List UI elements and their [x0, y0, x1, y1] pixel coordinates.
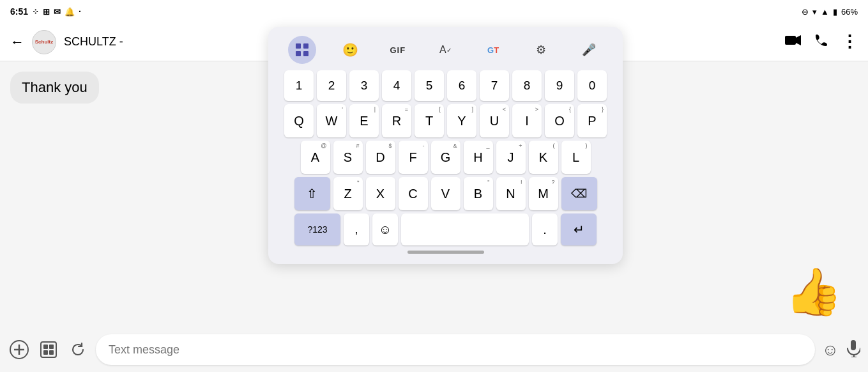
time-display: 6:51	[10, 6, 28, 17]
keyboard-tool-sticker[interactable]: 🙂	[336, 36, 364, 64]
battery-percent: 66%	[841, 7, 858, 17]
keyboard-qwerty-row: Q W' E| R= T[ Y] U< I> O{ P}	[273, 104, 618, 137]
keyboard-toolbar: 🙂 GIF A✓ GT ⚙ 🎤	[273, 33, 618, 70]
key-A[interactable]: A@	[301, 141, 330, 174]
key-shift[interactable]: ⇧	[294, 177, 330, 210]
status-bar: 6:51 ⁘ ⊞ ✉ 🔔 · ⊖ ▾ ▲ ▮ 66%	[0, 0, 868, 23]
svg-rect-8	[43, 350, 48, 355]
key-U[interactable]: U<	[480, 104, 509, 137]
svg-rect-5	[41, 342, 56, 357]
keyboard-zxcv-row: ⇧ Z* X C V B" N! M? ⌫	[273, 177, 618, 210]
app-bar-actions: ⋮	[785, 32, 858, 52]
contact-logo-text: Schultz	[35, 39, 53, 45]
grid-icon: ⊞	[43, 7, 50, 17]
svg-rect-9	[49, 350, 54, 355]
dot-icon: ·	[79, 6, 81, 17]
svg-rect-15	[296, 51, 301, 56]
key-H[interactable]: H_	[464, 141, 493, 174]
gallery-button[interactable]	[37, 338, 60, 361]
input-right-icons: ☺	[821, 339, 860, 360]
key-Q[interactable]: Q	[284, 104, 314, 137]
key-Y[interactable]: Y]	[447, 104, 476, 137]
key-R[interactable]: R=	[382, 104, 411, 137]
key-P[interactable]: P}	[577, 104, 607, 137]
key-comma[interactable]: ,	[344, 213, 369, 245]
key-4[interactable]: 4	[382, 70, 411, 101]
key-I[interactable]: I>	[512, 104, 542, 137]
svg-rect-16	[303, 51, 308, 56]
svg-rect-6	[43, 345, 48, 349]
key-O[interactable]: O{	[545, 104, 574, 137]
add-attachment-button[interactable]	[8, 338, 31, 361]
notif-icon: 🔔	[65, 7, 75, 17]
key-period[interactable]: .	[532, 213, 558, 245]
signal-icon: ⁘	[32, 7, 39, 17]
keyboard-bottom-row: ?123 , ☺ . ↵	[273, 213, 618, 245]
refresh-button[interactable]	[66, 338, 89, 361]
msg-icon: ✉	[54, 7, 61, 17]
contact-avatar: Schultz	[32, 30, 56, 54]
key-J[interactable]: J+	[496, 141, 526, 174]
key-backspace[interactable]: ⌫	[561, 177, 597, 210]
keyboard-tool-emoji-grid[interactable]	[288, 36, 316, 64]
keyboard-handle-bar	[407, 251, 484, 254]
key-C[interactable]: C	[399, 177, 428, 210]
phone-call-button[interactable]	[814, 33, 828, 50]
svg-rect-0	[785, 36, 796, 45]
key-V[interactable]: V	[431, 177, 461, 210]
key-B[interactable]: B"	[464, 177, 493, 210]
status-time: 6:51 ⁘ ⊞ ✉ 🔔 ·	[10, 6, 81, 17]
emoji-picker-button[interactable]: ☺	[821, 340, 839, 360]
message-input[interactable]	[96, 334, 815, 365]
keyboard-tool-gif[interactable]: GIF	[384, 36, 412, 64]
key-N[interactable]: N!	[496, 177, 526, 210]
key-Z[interactable]: Z*	[333, 177, 363, 210]
back-button[interactable]: ←	[10, 34, 24, 50]
key-G[interactable]: G&	[431, 141, 461, 174]
voice-input-button[interactable]	[846, 339, 860, 360]
key-W[interactable]: W'	[317, 104, 346, 137]
keyboard-tool-settings[interactable]: ⚙	[527, 36, 555, 64]
keyboard-number-row: 1 2 3 4 5 6 7 8 9 0	[273, 70, 618, 101]
signal-bars-icon: ▲	[821, 7, 829, 17]
key-symbols[interactable]: ?123	[294, 213, 340, 245]
key-space[interactable]	[401, 213, 529, 245]
keyboard-asdf-row: A@ S# D$ F- G& H_ J+ K( L)	[273, 141, 618, 174]
app-bar-left: ← Schultz SCHULTZ -	[10, 30, 123, 54]
message-text: Thank you	[22, 79, 88, 95]
keyboard-handle	[273, 251, 618, 254]
key-8[interactable]: 8	[512, 70, 542, 101]
thumbs-up-emoji: 👍	[785, 268, 842, 314]
key-0[interactable]: 0	[577, 70, 607, 101]
key-enter[interactable]: ↵	[561, 213, 597, 245]
key-1[interactable]: 1	[284, 70, 314, 101]
key-S[interactable]: S#	[333, 141, 363, 174]
keyboard-tool-spell[interactable]: A✓	[431, 36, 459, 64]
key-3[interactable]: 3	[349, 70, 379, 101]
keyboard-overlay: 🙂 GIF A✓ GT ⚙ 🎤 1 2 3 4 5 6 7 8 9 0 Q W'…	[268, 27, 623, 264]
key-E[interactable]: E|	[349, 104, 379, 137]
more-options-button[interactable]: ⋮	[841, 32, 858, 52]
svg-rect-7	[49, 345, 54, 349]
status-icons: ⊖ ▾ ▲ ▮ 66%	[802, 7, 858, 17]
key-7[interactable]: 7	[480, 70, 509, 101]
key-M[interactable]: M?	[529, 177, 558, 210]
key-D[interactable]: D$	[366, 141, 395, 174]
key-F[interactable]: F-	[399, 141, 428, 174]
key-T[interactable]: T[	[415, 104, 444, 137]
key-X[interactable]: X	[366, 177, 395, 210]
contact-name: SCHULTZ -	[64, 35, 123, 49]
keyboard-tool-mic[interactable]: 🎤	[575, 36, 603, 64]
svg-rect-13	[296, 43, 301, 49]
key-6[interactable]: 6	[447, 70, 476, 101]
key-2[interactable]: 2	[317, 70, 346, 101]
wifi-icon: ▾	[812, 7, 817, 17]
key-K[interactable]: K(	[529, 141, 558, 174]
key-emoji[interactable]: ☺	[372, 213, 398, 245]
video-call-button[interactable]	[785, 34, 802, 50]
keyboard-tool-translate[interactable]: GT	[479, 36, 507, 64]
input-bar: ☺	[0, 327, 868, 372]
key-L[interactable]: L)	[561, 141, 591, 174]
key-9[interactable]: 9	[545, 70, 574, 101]
key-5[interactable]: 5	[415, 70, 444, 101]
